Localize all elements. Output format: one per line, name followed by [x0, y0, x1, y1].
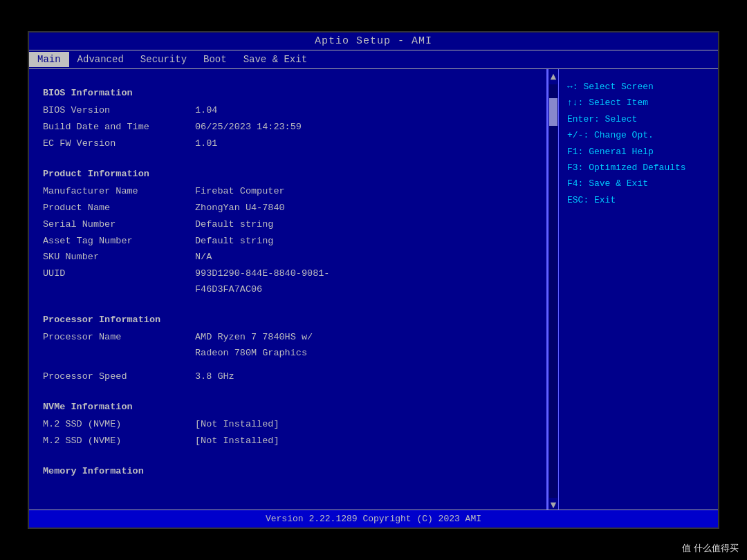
menu-item-security[interactable]: Security [132, 52, 195, 67]
value-bios-version: 1.04 [195, 103, 217, 119]
value-manufacturer: Firebat Computer [195, 184, 285, 200]
value-build-date: 06/25/2023 14:23:59 [195, 120, 302, 136]
row-serial: Serial Number Default string [43, 217, 533, 233]
label-m2-ssd-2: M.2 SSD (NVME) [43, 433, 195, 449]
label-uuid: UUID [43, 266, 195, 298]
row-m2-ssd-2: M.2 SSD (NVME) [Not Installed] [43, 433, 533, 449]
scroll-up-arrow[interactable] [548, 72, 558, 82]
footer: Version 2.22.1289 Copyright (C) 2023 AMI [29, 510, 718, 528]
row-sku: SKU Number N/A [43, 250, 533, 265]
value-m2-ssd-2: [Not Installed] [195, 433, 279, 449]
menu-bar[interactable]: Main Advanced Security Boot Save & Exit [29, 50, 718, 69]
value-processor-name: AMD Ryzen 7 7840HS w/Radeon 780M Graphic… [195, 330, 313, 362]
value-ec-fw: 1.01 [195, 136, 217, 152]
row-processor-name: Processor Name AMD Ryzen 7 7840HS w/Rade… [43, 330, 533, 362]
label-m2-ssd-1: M.2 SSD (NVME) [43, 417, 195, 433]
value-sku: N/A [195, 250, 212, 265]
section-product-info: Product Information [43, 167, 533, 183]
label-sku: SKU Number [43, 250, 195, 265]
help-change-opt: +/-: Change Opt. [567, 127, 710, 143]
row-uuid: UUID 993D1290-844E-8840-9081-F46D3FA7AC0… [43, 266, 533, 298]
value-asset-tag: Default string [195, 234, 273, 250]
bios-screen: Aptio Setup - AMI Main Advanced Security… [28, 31, 719, 529]
row-build-date: Build Date and Time 06/25/2023 14:23:59 [43, 120, 533, 136]
label-serial: Serial Number [43, 217, 195, 233]
help-f1: F1: General Help [567, 144, 710, 160]
bios-title: Aptio Setup - AMI [315, 35, 432, 47]
label-processor-name: Processor Name [43, 330, 195, 362]
help-f3: F3: Optimized Defaults [567, 160, 710, 176]
value-uuid: 993D1290-844E-8840-9081-F46D3FA7AC06 [195, 266, 329, 298]
row-asset-tag: Asset Tag Number Default string [43, 234, 533, 250]
row-manufacturer: Manufacturer Name Firebat Computer [43, 184, 533, 200]
help-enter: Enter: Select [567, 111, 710, 127]
scroll-down-arrow[interactable] [548, 501, 558, 510]
label-asset-tag: Asset Tag Number [43, 234, 195, 250]
row-product-name: Product Name ZhongYan U4-7840 [43, 200, 533, 216]
value-processor-speed: 3.8 GHz [195, 369, 234, 385]
row-ec-fw: EC FW Version 1.01 [43, 136, 533, 152]
label-product-name: Product Name [43, 200, 195, 216]
footer-text: Version 2.22.1289 Copyright (C) 2023 AMI [266, 514, 481, 524]
section-nvme-info: NVMe Information [43, 400, 533, 416]
value-m2-ssd-1: [Not Installed] [195, 417, 279, 433]
help-panel: ↔: Select Screen ↑↓: Select Item Enter: … [559, 69, 718, 513]
section-processor-info: Processor Information [43, 312, 533, 328]
title-bar: Aptio Setup - AMI [29, 32, 718, 50]
row-m2-ssd-1: M.2 SSD (NVME) [Not Installed] [43, 417, 533, 433]
content-area: BIOS Information BIOS Version 1.04 Build… [29, 69, 718, 513]
scroll-thumb[interactable] [549, 98, 557, 126]
menu-item-boot[interactable]: Boot [195, 52, 235, 67]
watermark: 值 什么值得买 [682, 542, 739, 554]
section-bios-info: BIOS Information [43, 86, 533, 102]
row-bios-version: BIOS Version 1.04 [43, 103, 533, 119]
value-product-name: ZhongYan U4-7840 [195, 200, 285, 216]
main-panel: BIOS Information BIOS Version 1.04 Build… [29, 69, 548, 513]
scrollbar[interactable] [548, 69, 559, 513]
help-select-item: ↑↓: Select Item [567, 95, 710, 111]
help-esc: ESC: Exit [567, 192, 710, 208]
menu-item-main[interactable]: Main [29, 52, 69, 67]
section-memory-info: Memory Information [43, 464, 533, 480]
row-processor-speed: Processor Speed 3.8 GHz [43, 369, 533, 385]
help-f4: F4: Save & Exit [567, 176, 710, 192]
label-build-date: Build Date and Time [43, 120, 195, 136]
label-bios-version: BIOS Version [43, 103, 195, 119]
menu-item-advanced[interactable]: Advanced [69, 52, 132, 67]
label-manufacturer: Manufacturer Name [43, 184, 195, 200]
label-ec-fw: EC FW Version [43, 136, 195, 152]
value-serial: Default string [195, 217, 273, 233]
label-processor-speed: Processor Speed [43, 369, 195, 385]
menu-item-save-exit[interactable]: Save & Exit [235, 52, 315, 67]
scroll-track [549, 84, 557, 498]
help-select-screen: ↔: Select Screen [567, 79, 710, 95]
